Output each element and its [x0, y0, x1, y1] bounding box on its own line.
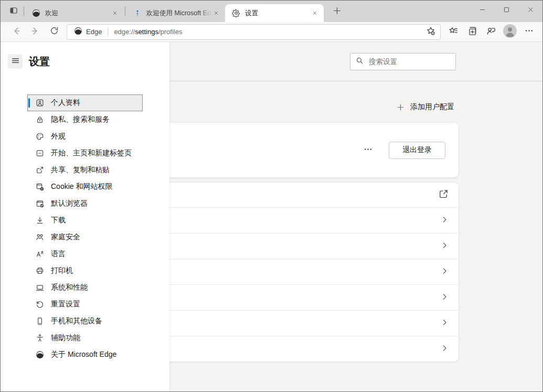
sidebar-item-downloads[interactable]: 下载 [27, 212, 143, 229]
settings-row-5[interactable] [131, 284, 459, 310]
chevron-right-icon [441, 344, 449, 354]
profile-icon [36, 99, 44, 107]
forward-arrow-icon [30, 26, 40, 38]
language-icon [36, 250, 44, 258]
window-controls [470, 1, 542, 20]
add-profile-button[interactable]: 添加用户配置 [397, 102, 454, 112]
sidebar-item-label: 手机和其他设备 [51, 316, 102, 326]
sidebar-item-devices[interactable]: 手机和其他设备 [27, 313, 143, 330]
chevron-right-icon [441, 293, 449, 303]
tab-close-button[interactable] [310, 8, 320, 18]
settings-row-3[interactable] [131, 233, 459, 259]
sidebar-item-label: 关于 Microsoft Edge [51, 350, 116, 359]
more-menu-button[interactable] [519, 24, 538, 40]
sidebar-item-label: 隐私、搜索和服务 [51, 115, 110, 124]
close-window-button[interactable] [518, 1, 542, 20]
favorites-button[interactable] [444, 24, 463, 40]
search-input[interactable] [369, 58, 450, 66]
settings-row-2[interactable] [131, 207, 459, 233]
sidebar-item-share-copy[interactable]: 共享、复制和粘贴 [27, 162, 143, 178]
sidebar-item-appearance[interactable]: 外观 [27, 128, 143, 145]
sidebar-item-label: 重置设置 [51, 300, 80, 309]
settings-content: 添加用户配置 退出登录 [169, 81, 542, 391]
sidebar-item-accessibility[interactable]: 辅助功能 [27, 330, 143, 346]
settings-header [169, 42, 542, 81]
profile-avatar-button[interactable] [501, 24, 519, 40]
plus-icon [333, 6, 342, 17]
sidebar-item-label: 个人资料 [51, 98, 80, 108]
minimize-icon [479, 6, 486, 15]
edge-logo-icon [74, 27, 82, 37]
settings-row-1[interactable] [131, 183, 459, 207]
maximize-button[interactable] [494, 1, 518, 20]
chevron-right-icon [441, 267, 449, 277]
phone-icon [36, 317, 44, 325]
avatar [503, 24, 517, 40]
address-bar[interactable]: Edge edge://settings/profiles [67, 24, 441, 40]
settings-search[interactable] [350, 53, 456, 70]
sidebar-item-label: 共享、复制和粘贴 [51, 165, 110, 175]
new-tab-button[interactable] [328, 4, 346, 19]
chevron-right-icon [441, 216, 449, 226]
back-arrow-icon [12, 26, 21, 38]
back-button[interactable] [7, 24, 26, 40]
sidebar-item-about[interactable]: 关于 Microsoft Edge [27, 346, 143, 363]
tab-welcome-edge[interactable]: 欢迎使用 Microsoft Edge [126, 4, 225, 22]
collections-button[interactable] [463, 24, 482, 40]
sidebar-item-label: 默认浏览器 [51, 199, 88, 208]
tab-separator [24, 6, 24, 16]
sidebar-item-privacy[interactable]: 隐私、搜索和服务 [27, 111, 143, 128]
palette-icon [36, 132, 44, 141]
sidebar-item-label: 打印机 [51, 266, 73, 276]
tab-settings[interactable]: 设置 [225, 4, 324, 22]
profile-more-button[interactable] [360, 143, 375, 157]
refresh-icon [50, 26, 59, 37]
edge-logo-icon [32, 9, 40, 17]
sidebar-item-label: 开始、主页和新建标签页 [51, 149, 132, 158]
minimize-button[interactable] [470, 1, 494, 20]
sidebar-item-family[interactable]: 家庭安全 [27, 229, 143, 246]
sidebar-item-cookies[interactable]: Cookie 和网站权限 [27, 178, 143, 195]
ellipsis-icon [525, 26, 534, 37]
settings-row-7[interactable] [131, 336, 459, 362]
sign-out-button[interactable]: 退出登录 [389, 142, 445, 159]
sidebar-item-printers[interactable]: 打印机 [27, 262, 143, 279]
settings-row-6[interactable] [131, 310, 459, 336]
sidebar-item-reset[interactable]: 重置设置 [27, 296, 143, 313]
tab-close-button[interactable] [211, 8, 221, 18]
sidebar-item-label: 外观 [51, 132, 66, 141]
blue-dots-icon [133, 9, 142, 17]
sidebar-item-start-home[interactable]: 开始、主页和新建标签页 [27, 145, 143, 162]
collections-icon [467, 26, 477, 38]
sidebar-item-label: Cookie 和网站权限 [51, 182, 112, 192]
sidebar-item-label: 语言 [51, 249, 66, 259]
browser-toolbar: Edge edge://settings/profiles [1, 22, 542, 42]
refresh-button[interactable] [45, 24, 63, 40]
page-title: 设置 [29, 55, 50, 69]
tab-strip: 欢迎欢迎使用 Microsoft Edge设置 [1, 1, 542, 22]
feedback-button[interactable] [482, 24, 501, 40]
tab-title: 欢迎 [45, 9, 110, 18]
tab-actions-menu-button[interactable] [5, 4, 23, 19]
add-favorite-button[interactable] [423, 25, 439, 39]
sidebar-item-default-browser[interactable]: 默认浏览器 [27, 195, 143, 212]
sidebar-menu-button[interactable] [8, 54, 23, 69]
chevron-right-icon [441, 319, 449, 329]
default-browser-icon [36, 199, 44, 208]
settings-row-4[interactable] [131, 259, 459, 284]
star-add-icon [426, 26, 435, 38]
forward-button[interactable] [26, 24, 45, 40]
tab-actions-icon [9, 6, 18, 17]
share-icon [36, 166, 44, 174]
tab-close-button[interactable] [110, 8, 120, 18]
edge-logo-icon [36, 351, 44, 359]
ellipsis-icon [364, 145, 372, 156]
plus-icon [397, 103, 404, 111]
sidebar-item-profiles[interactable]: 个人资料 [27, 94, 143, 111]
tab-title: 欢迎使用 Microsoft Edge [146, 9, 211, 18]
sidebar-item-languages[interactable]: 语言 [27, 246, 143, 262]
sidebar-item-system[interactable]: 系统和性能 [27, 279, 143, 296]
family-icon [36, 233, 44, 241]
tab-welcome[interactable]: 欢迎 [25, 4, 124, 22]
accessibility-icon [36, 334, 44, 342]
